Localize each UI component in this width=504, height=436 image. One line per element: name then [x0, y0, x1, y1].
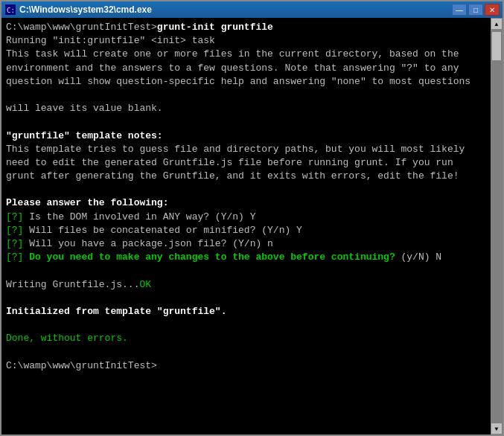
final-prompt: C:\wamp\www\gruntInitTest> [6, 359, 486, 373]
question4: [?] Do you need to make any changes to t… [6, 251, 486, 264]
question3: [?] Will you have a package.json file? (… [6, 237, 486, 251]
title-bar: C: C:\Windows\system32\cmd.exe — □ ✕ [1, 1, 503, 18]
initialized-line: Initialized from template "gruntfile". [6, 305, 486, 318]
template-header: "gruntfile" template notes: [6, 129, 486, 143]
writing-line: Writing Gruntfile.js...OK [6, 278, 486, 292]
done-line: Done, without errors. [6, 332, 486, 345]
blank6 [6, 318, 486, 332]
scroll-track[interactable] [491, 30, 503, 423]
maximize-button[interactable]: □ [468, 4, 483, 16]
desc4: will leave its value blank. [6, 102, 486, 115]
cmd-window: C: C:\Windows\system32\cmd.exe — □ ✕ C:\… [0, 0, 504, 436]
running-line: Running "init:gruntfile" <init> task [6, 34, 486, 48]
window-title: C:\Windows\system32\cmd.exe [19, 4, 452, 15]
please-answer: Please answer the following: [6, 196, 486, 210]
blank1 [6, 89, 486, 102]
blank7 [6, 346, 486, 359]
desc1: This task will create one or more files … [6, 48, 486, 61]
content-area: C:\wamp\www\gruntInitTest>grunt-init gru… [1, 18, 503, 435]
minimize-button[interactable]: — [452, 4, 467, 16]
desc2: environment and the answers to a few que… [6, 62, 486, 75]
close-button[interactable]: ✕ [485, 4, 500, 16]
cmd-prompt-line: C:\wamp\www\gruntInitTest>grunt-init gru… [6, 21, 486, 34]
blank2 [6, 115, 486, 129]
scrollbar[interactable]: ▲ ▼ [491, 18, 503, 435]
terminal-output[interactable]: C:\wamp\www\gruntInitTest>grunt-init gru… [1, 18, 491, 435]
scroll-thumb[interactable] [491, 31, 502, 61]
template-desc3: grunt after generating the Gruntfile, an… [6, 170, 486, 183]
scroll-down-button[interactable]: ▼ [491, 423, 503, 435]
blank4 [6, 264, 486, 278]
cmd-icon: C: [4, 4, 16, 16]
question1: [?] Is the DOM involved in ANY way? (Y/n… [6, 211, 486, 224]
desc3: question will show question-specific hel… [6, 75, 486, 89]
scroll-up-button[interactable]: ▲ [491, 18, 503, 30]
blank3 [6, 183, 486, 196]
question2: [?] Will files be concatenated or minifi… [6, 224, 486, 237]
template-desc2: need to edit the generated Gruntfile.js … [6, 156, 486, 170]
template-desc1: This template tries to guess file and di… [6, 143, 486, 156]
blank5 [6, 292, 486, 305]
window-controls: — □ ✕ [452, 4, 500, 16]
svg-text:C:: C: [7, 7, 15, 14]
